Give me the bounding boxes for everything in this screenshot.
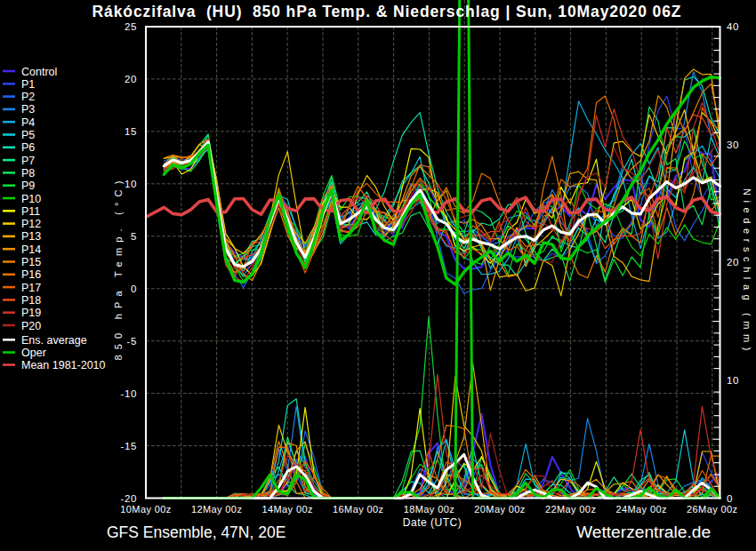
svg-text:P2: P2 (21, 91, 35, 103)
svg-text:Niederschlag (mm): Niederschlag (mm) (742, 188, 752, 355)
svg-text:20: 20 (125, 74, 137, 84)
svg-text:850 hPa Temp. (°C): 850 hPa Temp. (°C) (113, 175, 124, 360)
svg-text:30: 30 (727, 140, 739, 150)
svg-text:P18: P18 (21, 294, 41, 307)
svg-text:40: 40 (727, 21, 739, 32)
svg-text:P1: P1 (21, 78, 35, 91)
svg-text:Ens. average: Ens. average (21, 334, 87, 347)
svg-text:0: 0 (727, 493, 733, 504)
svg-text:15: 15 (125, 126, 137, 137)
svg-text:P10: P10 (21, 193, 41, 205)
svg-text:Wetterzentrale.de: Wetterzentrale.de (576, 523, 711, 541)
svg-text:P8: P8 (21, 167, 35, 180)
svg-text:5: 5 (131, 231, 137, 242)
svg-text:P19: P19 (21, 307, 41, 319)
svg-text:P12: P12 (21, 218, 41, 230)
svg-text:Control: Control (21, 66, 57, 78)
svg-text:Rákóczifalva (HU) 850 hPa Te: Rákóczifalva (HU) 850 hPa Temp. & Nieder… (92, 3, 682, 20)
svg-text:26May 00z: 26May 00z (687, 504, 737, 515)
svg-text:P6: P6 (21, 141, 35, 154)
svg-text:P16: P16 (21, 268, 41, 281)
svg-text:18May 00z: 18May 00z (404, 504, 454, 515)
svg-text:P9: P9 (21, 180, 35, 192)
svg-text:Date (UTC): Date (UTC) (403, 516, 462, 529)
svg-text:20May 00z: 20May 00z (474, 504, 525, 515)
svg-text:25: 25 (125, 21, 137, 32)
svg-text:P17: P17 (21, 282, 41, 294)
svg-text:GFS Ensemble, 47N, 20E: GFS Ensemble, 47N, 20E (107, 523, 286, 541)
svg-text:P3: P3 (21, 103, 35, 116)
svg-text:12May 00z: 12May 00z (191, 504, 242, 515)
svg-text:10: 10 (125, 179, 137, 189)
svg-text:20: 20 (727, 257, 739, 268)
svg-text:P20: P20 (21, 320, 41, 332)
svg-text:-15: -15 (121, 441, 137, 451)
svg-text:0: 0 (131, 283, 137, 294)
svg-text:Oper: Oper (21, 347, 46, 359)
svg-text:24May 00z: 24May 00z (615, 504, 666, 515)
svg-text:P5: P5 (21, 129, 35, 141)
svg-text:Mean 1981-2010: Mean 1981-2010 (21, 359, 106, 371)
svg-text:-20: -20 (121, 493, 137, 504)
svg-text:P4: P4 (21, 116, 35, 129)
svg-text:-5: -5 (127, 336, 137, 347)
svg-text:16May 00z: 16May 00z (333, 504, 383, 515)
svg-text:10: 10 (727, 375, 739, 386)
svg-text:10May 00z: 10May 00z (120, 504, 171, 515)
svg-text:P15: P15 (21, 256, 41, 268)
svg-text:P14: P14 (21, 244, 41, 256)
svg-text:P7: P7 (21, 155, 35, 167)
svg-text:22May 00z: 22May 00z (545, 504, 596, 515)
svg-text:P13: P13 (21, 230, 41, 243)
svg-text:P11: P11 (21, 205, 40, 218)
svg-text:14May 00z: 14May 00z (261, 504, 312, 515)
svg-text:-10: -10 (121, 388, 137, 399)
